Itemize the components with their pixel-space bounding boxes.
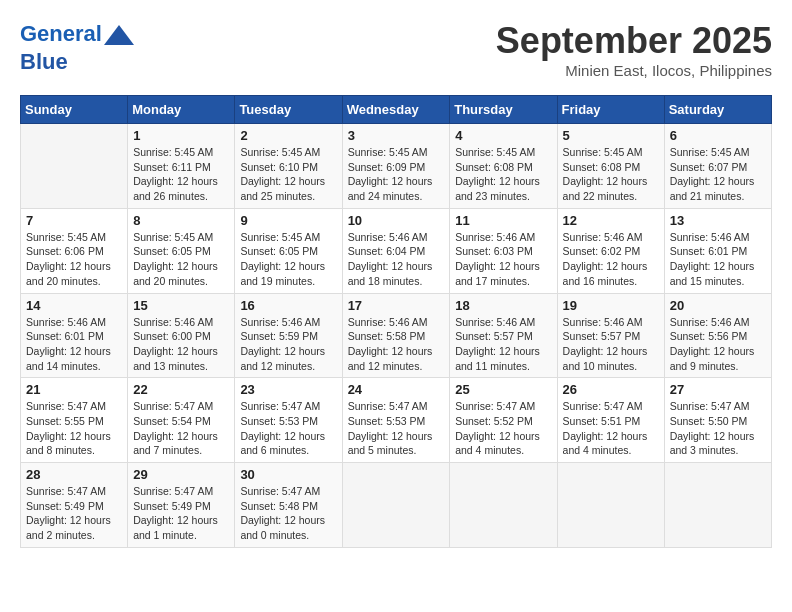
calendar-cell: 3Sunrise: 5:45 AM Sunset: 6:09 PM Daylig… [342,124,450,209]
day-number: 27 [670,382,766,397]
week-row-3: 14Sunrise: 5:46 AM Sunset: 6:01 PM Dayli… [21,293,772,378]
calendar-cell: 30Sunrise: 5:47 AM Sunset: 5:48 PM Dayli… [235,463,342,548]
day-header-tuesday: Tuesday [235,96,342,124]
calendar-cell: 7Sunrise: 5:45 AM Sunset: 6:06 PM Daylig… [21,208,128,293]
day-number: 25 [455,382,551,397]
calendar-cell: 17Sunrise: 5:46 AM Sunset: 5:58 PM Dayli… [342,293,450,378]
calendar-cell: 18Sunrise: 5:46 AM Sunset: 5:57 PM Dayli… [450,293,557,378]
cell-content: Sunrise: 5:47 AM Sunset: 5:53 PM Dayligh… [348,399,445,458]
day-number: 21 [26,382,122,397]
day-number: 20 [670,298,766,313]
day-number: 16 [240,298,336,313]
day-header-friday: Friday [557,96,664,124]
cell-content: Sunrise: 5:47 AM Sunset: 5:55 PM Dayligh… [26,399,122,458]
cell-content: Sunrise: 5:46 AM Sunset: 6:01 PM Dayligh… [26,315,122,374]
day-header-sunday: Sunday [21,96,128,124]
calendar-cell: 8Sunrise: 5:45 AM Sunset: 6:05 PM Daylig… [128,208,235,293]
calendar-cell: 6Sunrise: 5:45 AM Sunset: 6:07 PM Daylig… [664,124,771,209]
calendar-cell: 9Sunrise: 5:45 AM Sunset: 6:05 PM Daylig… [235,208,342,293]
day-number: 30 [240,467,336,482]
day-number: 23 [240,382,336,397]
cell-content: Sunrise: 5:45 AM Sunset: 6:09 PM Dayligh… [348,145,445,204]
cell-content: Sunrise: 5:45 AM Sunset: 6:05 PM Dayligh… [240,230,336,289]
day-number: 29 [133,467,229,482]
cell-content: Sunrise: 5:45 AM Sunset: 6:08 PM Dayligh… [563,145,659,204]
calendar-cell: 12Sunrise: 5:46 AM Sunset: 6:02 PM Dayli… [557,208,664,293]
cell-content: Sunrise: 5:45 AM Sunset: 6:10 PM Dayligh… [240,145,336,204]
cell-content: Sunrise: 5:46 AM Sunset: 5:56 PM Dayligh… [670,315,766,374]
cell-content: Sunrise: 5:47 AM Sunset: 5:49 PM Dayligh… [26,484,122,543]
calendar-cell: 25Sunrise: 5:47 AM Sunset: 5:52 PM Dayli… [450,378,557,463]
day-number: 4 [455,128,551,143]
cell-content: Sunrise: 5:47 AM Sunset: 5:51 PM Dayligh… [563,399,659,458]
day-number: 5 [563,128,659,143]
calendar-cell: 2Sunrise: 5:45 AM Sunset: 6:10 PM Daylig… [235,124,342,209]
month-title: September 2025 [496,20,772,62]
calendar-cell: 16Sunrise: 5:46 AM Sunset: 5:59 PM Dayli… [235,293,342,378]
cell-content: Sunrise: 5:46 AM Sunset: 6:02 PM Dayligh… [563,230,659,289]
cell-content: Sunrise: 5:45 AM Sunset: 6:05 PM Dayligh… [133,230,229,289]
calendar-cell: 4Sunrise: 5:45 AM Sunset: 6:08 PM Daylig… [450,124,557,209]
page-header: General Blue September 2025 Minien East,… [20,20,772,79]
calendar-cell: 19Sunrise: 5:46 AM Sunset: 5:57 PM Dayli… [557,293,664,378]
week-row-2: 7Sunrise: 5:45 AM Sunset: 6:06 PM Daylig… [21,208,772,293]
calendar-cell: 26Sunrise: 5:47 AM Sunset: 5:51 PM Dayli… [557,378,664,463]
cell-content: Sunrise: 5:45 AM Sunset: 6:08 PM Dayligh… [455,145,551,204]
calendar-table: SundayMondayTuesdayWednesdayThursdayFrid… [20,95,772,548]
logo: General Blue [20,20,134,74]
day-number: 13 [670,213,766,228]
calendar-cell: 10Sunrise: 5:46 AM Sunset: 6:04 PM Dayli… [342,208,450,293]
day-number: 10 [348,213,445,228]
day-header-thursday: Thursday [450,96,557,124]
cell-content: Sunrise: 5:46 AM Sunset: 6:04 PM Dayligh… [348,230,445,289]
day-number: 12 [563,213,659,228]
day-number: 3 [348,128,445,143]
day-header-wednesday: Wednesday [342,96,450,124]
calendar-cell: 27Sunrise: 5:47 AM Sunset: 5:50 PM Dayli… [664,378,771,463]
day-number: 7 [26,213,122,228]
cell-content: Sunrise: 5:45 AM Sunset: 6:07 PM Dayligh… [670,145,766,204]
day-number: 17 [348,298,445,313]
calendar-cell [342,463,450,548]
calendar-cell: 29Sunrise: 5:47 AM Sunset: 5:49 PM Dayli… [128,463,235,548]
calendar-cell: 13Sunrise: 5:46 AM Sunset: 6:01 PM Dayli… [664,208,771,293]
cell-content: Sunrise: 5:46 AM Sunset: 6:01 PM Dayligh… [670,230,766,289]
day-number: 28 [26,467,122,482]
calendar-cell: 20Sunrise: 5:46 AM Sunset: 5:56 PM Dayli… [664,293,771,378]
calendar-cell [664,463,771,548]
calendar-cell: 11Sunrise: 5:46 AM Sunset: 6:03 PM Dayli… [450,208,557,293]
cell-content: Sunrise: 5:45 AM Sunset: 6:11 PM Dayligh… [133,145,229,204]
day-number: 11 [455,213,551,228]
svg-marker-0 [104,25,134,45]
cell-content: Sunrise: 5:45 AM Sunset: 6:06 PM Dayligh… [26,230,122,289]
calendar-cell: 22Sunrise: 5:47 AM Sunset: 5:54 PM Dayli… [128,378,235,463]
day-number: 1 [133,128,229,143]
location: Minien East, Ilocos, Philippines [496,62,772,79]
week-row-4: 21Sunrise: 5:47 AM Sunset: 5:55 PM Dayli… [21,378,772,463]
cell-content: Sunrise: 5:47 AM Sunset: 5:52 PM Dayligh… [455,399,551,458]
day-number: 6 [670,128,766,143]
calendar-cell [450,463,557,548]
cell-content: Sunrise: 5:46 AM Sunset: 6:00 PM Dayligh… [133,315,229,374]
calendar-cell: 23Sunrise: 5:47 AM Sunset: 5:53 PM Dayli… [235,378,342,463]
calendar-cell: 15Sunrise: 5:46 AM Sunset: 6:00 PM Dayli… [128,293,235,378]
day-header-saturday: Saturday [664,96,771,124]
day-number: 24 [348,382,445,397]
calendar-cell: 28Sunrise: 5:47 AM Sunset: 5:49 PM Dayli… [21,463,128,548]
cell-content: Sunrise: 5:46 AM Sunset: 5:57 PM Dayligh… [563,315,659,374]
calendar-cell: 5Sunrise: 5:45 AM Sunset: 6:08 PM Daylig… [557,124,664,209]
week-row-1: 1Sunrise: 5:45 AM Sunset: 6:11 PM Daylig… [21,124,772,209]
cell-content: Sunrise: 5:47 AM Sunset: 5:53 PM Dayligh… [240,399,336,458]
calendar-cell: 24Sunrise: 5:47 AM Sunset: 5:53 PM Dayli… [342,378,450,463]
logo-text: General Blue [20,20,134,74]
day-number: 19 [563,298,659,313]
cell-content: Sunrise: 5:46 AM Sunset: 5:59 PM Dayligh… [240,315,336,374]
day-number: 14 [26,298,122,313]
calendar-cell [21,124,128,209]
week-row-5: 28Sunrise: 5:47 AM Sunset: 5:49 PM Dayli… [21,463,772,548]
day-number: 22 [133,382,229,397]
cell-content: Sunrise: 5:47 AM Sunset: 5:49 PM Dayligh… [133,484,229,543]
day-number: 8 [133,213,229,228]
cell-content: Sunrise: 5:47 AM Sunset: 5:54 PM Dayligh… [133,399,229,458]
calendar-header-row: SundayMondayTuesdayWednesdayThursdayFrid… [21,96,772,124]
